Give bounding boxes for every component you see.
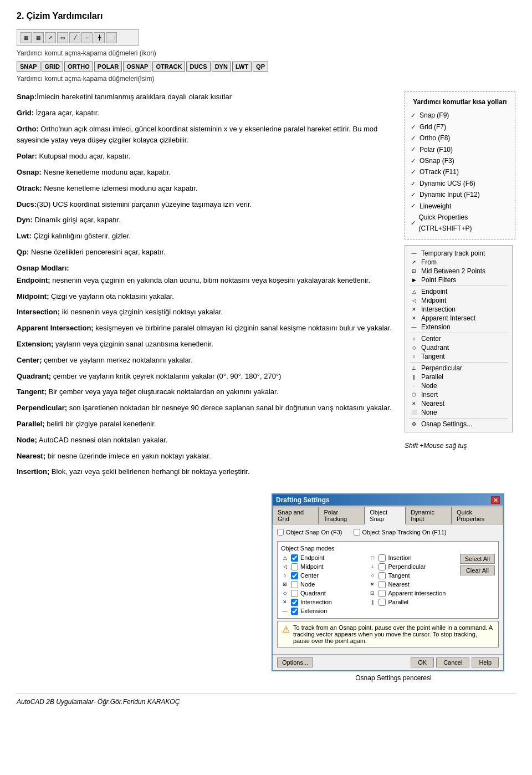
osnap-row-settings[interactable]: ⚙ Osnap Settings... (410, 420, 508, 429)
tab-object-snap[interactable]: Object Snap (365, 507, 406, 524)
tracking-text: To track from an Osnap point, pause over… (293, 624, 494, 644)
bottom-left-spacer (17, 488, 260, 682)
osnap-row-quadrant: ◇ Quadrant (410, 343, 508, 352)
menu-item-qp: ✓ Quick Properties (CTRL+SHIFT+P) (411, 212, 509, 234)
checkbox-snap-on-input[interactable] (277, 529, 284, 536)
osnap-row-parallel: ∥ Parallel (410, 373, 508, 381)
grid-btn[interactable]: GRID (42, 62, 64, 72)
snap-node-check[interactable] (291, 581, 298, 588)
snap-extension-check[interactable] (291, 608, 298, 615)
toolbar-icon-4[interactable]: ▭ (57, 32, 68, 43)
osnap-heading: Osnap Modları: (17, 264, 393, 272)
snap-tangent-check[interactable] (378, 572, 386, 579)
toolbar-icon-3[interactable]: ↗ (45, 32, 56, 43)
body-grid: Grid: İzgara açar, kapatır. (17, 108, 393, 119)
dialog-action-buttons: Select All Clear All (460, 554, 495, 615)
body-qp: Qp: Nesne özellikleri penceresini açar, … (17, 247, 393, 258)
osnap-row-none: ⬜ None (410, 408, 508, 417)
tab-quick-props[interactable]: Quick Properties (452, 507, 503, 524)
ok-button[interactable]: OK (411, 657, 434, 667)
icon-toolbar-container: ▦ ▦ ↗ ▭ ╱ ↔ ╋ ⬜ Yardımcı komut açma-kapa… (17, 29, 515, 57)
bottom-right: Drafting Settings ✕ Snap and Grid Polar … (272, 488, 515, 682)
checkbox-snap-tracking-on[interactable]: Object Snap Tracking On (F11) (354, 529, 447, 536)
snap-nearest-label: Nearest (388, 581, 410, 588)
dyn-btn[interactable]: DYN (212, 62, 231, 72)
page-footer: AutoCAD 2B Uygulamalar- Öğr.Gör.Feridun … (17, 693, 515, 706)
clear-all-button[interactable]: Clear All (460, 565, 495, 575)
toolbar-icon-1[interactable]: ▦ (21, 32, 32, 43)
snap-mode-quadrant: ◇ Quadrant (281, 589, 363, 597)
snap-modes-title: Object Snap modes (281, 545, 495, 552)
osnap-settings-label: Osnap Settings penceresi (272, 674, 515, 682)
osnap-row-insert: ⬡ Insert (410, 390, 508, 399)
otrack-btn[interactable]: OTRACK (152, 62, 185, 72)
checkbox-object-snap-on[interactable]: Object Snap On (F3) (277, 529, 342, 536)
snap-mode-intersection: ✕ Intersection (281, 598, 363, 606)
snap-nearest-check[interactable] (378, 581, 386, 588)
footer-left: AutoCAD 2B Uygulamalar- Öğr.Gör.Feridun … (17, 698, 180, 706)
menu-item-otrack: ✓ OTrack (F11) (411, 166, 509, 177)
body-lwt: Lwt: Çizgi kalınlığını gösterir, gizler. (17, 231, 393, 242)
left-column: Snap:İmlecin hareketini tanımlanmış aral… (17, 91, 393, 482)
snap-midpoint-check[interactable] (291, 563, 298, 570)
warning-icon: ⚠ (282, 624, 290, 635)
osnap-row-perp: ⊥ Perpendicular (410, 364, 508, 373)
shortcut-menu: Yardımcı komutlar kısa yolları ✓ Snap (F… (405, 91, 515, 239)
tracking-info-box: ⚠ To track from an Osnap point, pause ov… (277, 621, 499, 647)
qp-btn[interactable]: QP (253, 62, 268, 72)
osnap-row-endpoint: △ Endpoint (410, 287, 508, 296)
tab-dynamic-input[interactable]: Dynamic Input (406, 507, 452, 524)
checkbox-tracking-on-input[interactable] (354, 529, 360, 536)
snap-perp-check[interactable] (378, 563, 386, 570)
snap-mode-endpoint: △ Endpoint (281, 554, 363, 562)
osnap-nearest: Nearest; bir nesne üzerinde imlece en ya… (17, 451, 393, 462)
osnap-extension: Extension; yayların veya çizginin sanal … (17, 339, 393, 350)
tab-snap-grid[interactable]: Snap and Grid (273, 507, 319, 524)
drafting-settings-dialog: Drafting Settings ✕ Snap and Grid Polar … (272, 493, 504, 671)
snap-intersect-check[interactable] (291, 599, 298, 606)
body-otrack: Otrack: Nesne kenetleme izlemesi modunu … (17, 183, 393, 195)
toolbar-icon-5[interactable]: ╱ (69, 32, 80, 43)
snap-apparent-check[interactable] (378, 590, 386, 597)
snap-center-check[interactable] (291, 572, 298, 579)
snap-mode-parallel: ∥ Parallel (369, 598, 451, 606)
snap-btn[interactable]: SNAP (17, 62, 40, 72)
status-bar: SNAP GRID ORTHO POLAR OSNAP OTRACK DUCS … (17, 62, 515, 72)
footer-right-buttons: OK Cancel Help (411, 657, 499, 667)
toolbar-icon-8[interactable]: ⬜ (106, 32, 117, 43)
options-button[interactable]: Options... (277, 657, 313, 667)
snap-quadrant-check[interactable] (291, 590, 298, 597)
snap-mode-center: ○ Center (281, 572, 363, 579)
osnap-row-extension: — Extension (410, 323, 508, 332)
menu-item-ortho: ✓ Ortho (F8) (411, 132, 509, 144)
body-ortho: Ortho: Ortho'nun açık olması imleci, gün… (17, 124, 393, 147)
cancel-button[interactable]: Cancel (436, 657, 469, 667)
menu-item-snap: ✓ Snap (F9) (411, 110, 509, 121)
help-button[interactable]: Help (472, 657, 499, 667)
tab-polar[interactable]: Polar Tracking (319, 507, 365, 524)
ducs-btn[interactable]: DUCS (186, 62, 210, 72)
dialog-body: Object Snap On (F3) Object Snap Tracking… (273, 524, 503, 654)
snap-node-label: Node (300, 581, 315, 588)
osnap-btn[interactable]: OSNAP (123, 62, 151, 72)
osnap-row-apparent: ✕ Apparent Intersect (410, 314, 508, 323)
snap-parallel-check[interactable] (378, 599, 386, 606)
snap-insertion-check[interactable] (378, 554, 386, 562)
osnap-row-filters: ▶ Point Filters (410, 276, 508, 284)
toolbar-icon-2[interactable]: ▦ (33, 32, 44, 43)
checkbox-tracking-on-label: Object Snap Tracking On (F11) (362, 529, 447, 536)
shortcut-menu-title: Yardımcı komutlar kısa yolları (411, 96, 509, 108)
dialog-close-btn[interactable]: ✕ (491, 496, 500, 504)
snap-endpoint-check[interactable] (291, 554, 298, 562)
osnap-row-node: · Node (410, 381, 508, 390)
icon-toolbar: ▦ ▦ ↗ ▭ ╱ ↔ ╋ ⬜ (17, 29, 139, 46)
toolbar-icon-7[interactable]: ╋ (94, 32, 105, 43)
page-title: 2. Çizim Yardımcıları (17, 11, 515, 21)
menu-item-grid: ✓ Grid (F7) (411, 121, 509, 132)
osnap-parallel: Parallel; belirli bir çizgiye paralel ke… (17, 419, 393, 430)
lwt-btn[interactable]: LWT (232, 62, 252, 72)
polar-btn[interactable]: POLAR (94, 62, 122, 72)
select-all-button[interactable]: Select All (460, 554, 495, 564)
toolbar-icon-6[interactable]: ↔ (81, 32, 93, 43)
ortho-btn[interactable]: ORTHO (64, 62, 93, 72)
